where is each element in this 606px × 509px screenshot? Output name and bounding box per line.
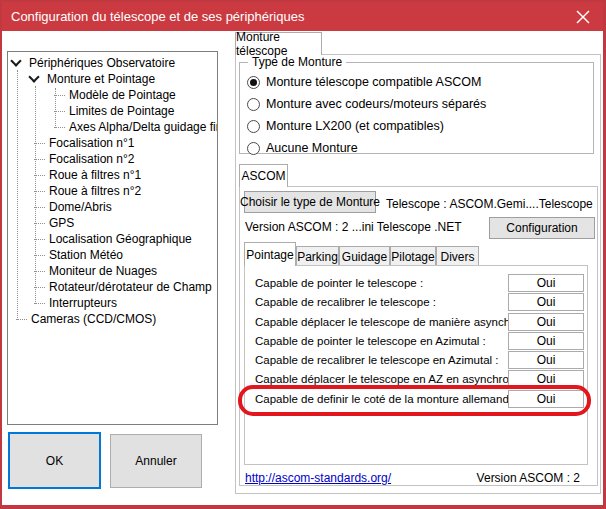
tree-item-axes-guidage-fin[interactable]: Axes Alpha/Delta guidage fin [8,119,217,135]
tree-item-modele-de-pointage[interactable]: Modèle de Pointage [8,87,217,103]
radio-label: Monture télescope compatible ASCOM [266,75,481,89]
radio-monture-lx200[interactable]: Monture LX200 (et compatibles) [247,118,486,134]
ascom-version-label: Version ASCOM : 2 ...ini Telescope .NET [245,220,462,234]
tree-item-label: Localisation Géographique [49,232,192,246]
capability-row: Capable de pointer le telescope en Azimu… [245,332,587,351]
capability-value-field: Oui [508,293,584,311]
tree-item-localisation-geographique[interactable]: Localisation Géographique [8,231,217,247]
capability-label: Capable de recalibrer le telescope en Az… [255,354,499,366]
capability-label: Capable de definir le coté de la monture… [255,393,522,405]
tree-item-focalisation-2[interactable]: Focalisation n°2 [8,151,217,167]
capability-row: Capable de recalibrer le telescope : Oui [245,293,587,312]
radio-icon[interactable] [247,120,260,133]
tree-item-label: Modèle de Pointage [69,88,176,102]
capability-label: Capable de pointer le telescope en Azimu… [255,335,486,347]
footer-ascom-version: Version ASCOM : 2 [477,471,580,485]
capability-label: Capable déplacer le telescope de manière… [255,316,540,328]
tree-item-label: Dome/Abris [49,200,112,214]
radio-icon[interactable] [247,142,260,155]
tree-item-label: Monture et Pointage [47,72,155,86]
tree-item-label: Moniteur de Nuages [49,264,157,278]
tree-item-rotateur-champ[interactable]: Rotateur/dérotateur de Champ [8,279,217,295]
tree-item-label: Station Météo [49,248,123,262]
capability-value-field: Oui [508,351,584,369]
capability-row: Capable déplacer le telescope en AZ en a… [245,370,587,389]
configuration-button[interactable]: Configuration [489,217,595,239]
capability-value-field: Oui [508,313,584,331]
titlebar: Configuration du télescope et de ses pér… [2,2,603,31]
capability-value-field: Oui [508,332,584,350]
tree-item-roue-filtres-1[interactable]: Roue à filtres n°1 [8,167,217,183]
radio-aucune-monture[interactable]: Aucune Monture [247,140,486,156]
capability-label: Capable de pointer le telescope : [255,277,423,289]
tree-guide-line [55,88,56,128]
tree-item-dome-abris[interactable]: Dome/Abris [8,199,217,215]
pointage-page: Capable de pointer le telescope : Oui Ca… [244,265,588,465]
tree-item-label: Roue à filtres n°2 [49,184,141,198]
tree-item-label: Interrupteurs [49,296,117,310]
tree-item-interrupteurs[interactable]: Interrupteurs [8,295,217,311]
tab-pointage[interactable]: Pointage [244,242,296,266]
device-tree: Périphériques Observatoire Monture et Po… [7,51,218,425]
tree-item-label: GPS [49,216,74,230]
capability-label: Capable déplacer le telescope en AZ en a… [255,373,528,385]
tab-guidage[interactable]: Guidage [339,246,390,266]
tree-item-roue-filtres-2[interactable]: Roue à filtres n°2 [8,183,217,199]
capability-value-field: Oui [508,370,584,388]
telescope-driver-label: Telescope : ASCOM.Gemi....Telescope [386,197,593,211]
tree-item-limites-de-pointage[interactable]: Limites de Pointage [8,103,217,119]
tree-item-cameras-ccd-cmos[interactable]: Cameras (CCD/CMOS) [8,311,217,327]
telescope-config-dialog: Configuration du télescope et de ses pér… [0,0,606,509]
tree-guide-line [17,70,18,320]
radio-icon[interactable] [247,98,260,111]
tab-pilotage[interactable]: Pilotage [390,246,436,266]
tree-item-label: Limites de Pointage [69,104,174,118]
tree-item-label: Axes Alpha/Delta guidage fin [69,120,218,134]
tree-item-peripheriques-observatoire[interactable]: Périphériques Observatoire [8,55,217,71]
capability-row: Capable de recalibrer le telescope en Az… [245,351,587,370]
tree-item-label: Cameras (CCD/CMOS) [31,312,156,326]
tree-item-label: Focalisation n°1 [49,136,135,150]
capability-value-field: Oui [508,274,584,292]
radio-selected-icon[interactable] [247,76,260,89]
tab-monture-telescope[interactable]: Monture télescope [235,32,322,55]
capability-row: Capable déplacer le telescope de manière… [245,313,587,332]
capability-value-field: Oui [508,390,584,408]
tree-item-moniteur-de-nuages[interactable]: Moniteur de Nuages [8,263,217,279]
close-button[interactable] [563,2,603,31]
tree-item-focalisation-1[interactable]: Focalisation n°1 [8,135,217,151]
tree-item-gps[interactable]: GPS [8,215,217,231]
chevron-down-icon[interactable] [28,71,39,82]
type-de-monture-group: Type de Monture Monture télescope compat… [239,62,594,154]
tree-item-label: Rotateur/dérotateur de Champ [49,280,212,294]
tree-item-label: Roue à filtres n°1 [49,168,141,182]
tab-divers[interactable]: Divers [436,246,479,266]
tab-parking[interactable]: Parking [296,246,339,266]
choose-mount-type-button[interactable]: Choisir le type de Monture [244,191,376,213]
chevron-down-icon[interactable] [10,55,21,66]
tree-guide-line [35,86,36,304]
ascom-standards-link[interactable]: http://ascom-standards.org/ [245,471,391,485]
capability-row: Capable de pointer le telescope : Oui [245,274,587,293]
tree-item-label: Périphériques Observatoire [29,56,175,70]
radio-monture-codeurs[interactable]: Monture avec codeurs/moteurs séparés [247,96,486,112]
tree-item-monture-et-pointage[interactable]: Monture et Pointage [8,71,217,87]
close-icon [576,10,590,24]
ok-button[interactable]: OK [8,432,101,489]
tab-ascom[interactable]: ASCOM [239,164,288,187]
capability-label: Capable de recalibrer le telescope : [255,296,436,308]
tree-item-station-meteo[interactable]: Station Météo [8,247,217,263]
radio-label: Monture avec codeurs/moteurs séparés [266,97,486,111]
radio-label: Monture LX200 (et compatibles) [266,119,444,133]
window-title: Configuration du télescope et de ses pér… [2,9,304,24]
radio-monture-ascom[interactable]: Monture télescope compatible ASCOM [247,74,486,90]
cancel-button[interactable]: Annuler [110,434,202,488]
capability-row-highlighted: Capable de definir le coté de la monture… [245,390,587,409]
tree-item-label: Focalisation n°2 [49,152,135,166]
radio-label: Aucune Monture [266,141,358,155]
